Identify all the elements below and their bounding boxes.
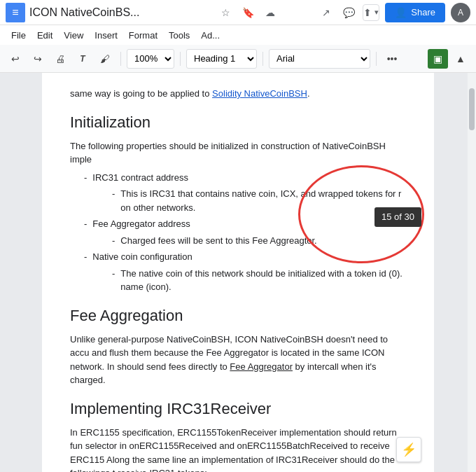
sub-fee-text: Charged fees will be sent to this Fee Ag… bbox=[120, 234, 316, 248]
sub-bullet-native: The native coin of this network should b… bbox=[112, 267, 406, 294]
font-select[interactable]: Arial Times New Roman bbox=[269, 49, 370, 69]
document-area: same way is going to be applied to Solid… bbox=[0, 73, 476, 472]
upload-icon[interactable]: ⬆ ▾ bbox=[363, 4, 379, 21]
avatar[interactable]: A bbox=[451, 3, 470, 22]
fee-heading: Fee Aggregation bbox=[70, 304, 406, 327]
smart-compose-icon: ⚡ bbox=[401, 440, 416, 459]
scroll-thumb[interactable] bbox=[469, 88, 475, 130]
cloud-icon[interactable]: ☁ bbox=[262, 4, 279, 21]
irc-heading: Implementing IRC31Receiver bbox=[70, 397, 406, 420]
bullet-fee: Fee Aggregator address bbox=[92, 217, 190, 231]
undo-button[interactable]: ↩ bbox=[6, 49, 25, 69]
sub-irc31-text: This is IRC31 that contains native coin,… bbox=[120, 187, 406, 214]
document-page: same way is going to be applied to Solid… bbox=[42, 73, 434, 472]
page-counter-tooltip: 15 of 30 bbox=[374, 207, 421, 227]
comment-icon[interactable]: 💬 bbox=[340, 4, 357, 21]
redo-button[interactable]: ↪ bbox=[28, 49, 48, 69]
init-body: The following properties should be initi… bbox=[70, 139, 406, 167]
sub-bullet-fee: Charged fees will be sent to this Fee Ag… bbox=[112, 234, 406, 248]
irc-body: In ERC1155 specification, ERC1155TokenRe… bbox=[70, 426, 406, 473]
menu-addons[interactable]: Ad... bbox=[195, 27, 225, 43]
doc-icon: ≡ bbox=[6, 3, 25, 22]
list-item: Charged fees will be sent to this Fee Ag… bbox=[112, 234, 406, 248]
share-person-icon: 👤 bbox=[395, 7, 407, 18]
doc-icon-letter: ≡ bbox=[12, 6, 18, 19]
smart-compose-button[interactable]: ⚡ bbox=[396, 437, 421, 462]
document-title[interactable]: ICON NativeCoinBS... bbox=[29, 6, 213, 19]
title-icons: ☆ 🔖 ☁ ↗ 💬 ⬆ ▾ 👤 Share A bbox=[217, 3, 470, 22]
init-heading: Initialization bbox=[70, 111, 406, 134]
list-item: Native coin configuration bbox=[84, 250, 406, 264]
sub-native-text: The native coin of this network should b… bbox=[120, 267, 406, 294]
menu-tools[interactable]: Tools bbox=[163, 27, 195, 43]
sub-bullet-irc31: This is IRC31 that contains native coin,… bbox=[112, 187, 406, 214]
toolbar: ↩ ↪ 🖨 T 🖌 100% 75% 150% Heading 1 Normal… bbox=[0, 45, 476, 73]
menu-view[interactable]: View bbox=[58, 27, 89, 43]
init-bullet-list: IRC31 contract address This is IRC31 tha… bbox=[84, 171, 406, 294]
menu-insert[interactable]: Insert bbox=[89, 27, 123, 43]
star-icon[interactable]: ☆ bbox=[217, 4, 234, 21]
toolbar-divider-1 bbox=[120, 52, 121, 66]
toolbar-divider-3 bbox=[262, 52, 263, 66]
collapse-toolbar-button[interactable]: ▲ bbox=[451, 49, 470, 69]
menu-file[interactable]: File bbox=[6, 27, 31, 43]
image-options-button[interactable]: ▣ bbox=[428, 49, 448, 69]
menu-format[interactable]: Format bbox=[123, 27, 163, 43]
bookmark-icon[interactable]: 🔖 bbox=[239, 4, 256, 21]
list-item: The native coin of this network should b… bbox=[112, 267, 406, 294]
toolbar-divider-2 bbox=[180, 52, 181, 66]
menu-bar: File Edit View Insert Format Tools Ad... bbox=[0, 25, 476, 45]
heading-select[interactable]: Heading 1 Normal text Heading 2 bbox=[186, 49, 257, 69]
title-bar: ≡ ICON NativeCoinBS... ☆ 🔖 ☁ ↗ 💬 ⬆ ▾ 👤 S… bbox=[0, 0, 476, 25]
more-options-button[interactable]: ••• bbox=[382, 49, 402, 69]
spellcheck-button[interactable]: T bbox=[73, 49, 92, 69]
print-button[interactable]: 🖨 bbox=[50, 49, 70, 69]
bullet-irc31: IRC31 contract address bbox=[92, 171, 188, 185]
chart-icon[interactable]: ↗ bbox=[318, 4, 335, 21]
list-item: This is IRC31 that contains native coin,… bbox=[112, 187, 406, 214]
list-item: IRC31 contract address bbox=[84, 171, 406, 185]
zoom-select[interactable]: 100% 75% 150% bbox=[127, 49, 174, 69]
bullet-native: Native coin configuration bbox=[92, 250, 192, 264]
share-button[interactable]: 👤 Share bbox=[385, 3, 445, 22]
list-item: Fee Aggregator address bbox=[84, 217, 406, 231]
fee-body: Unlike general-purpose NativeCoinBSH, IC… bbox=[70, 333, 406, 387]
fee-aggregator-underline: Fee Aggregator bbox=[230, 361, 293, 372]
scrollbar[interactable] bbox=[468, 73, 476, 472]
intro-paragraph: same way is going to be applied to Solid… bbox=[70, 87, 406, 101]
toolbar-divider-4 bbox=[376, 52, 377, 66]
paint-format-button[interactable]: 🖌 bbox=[95, 49, 115, 69]
solidity-link[interactable]: Solidity NativeCoinBSH bbox=[212, 88, 307, 99]
menu-edit[interactable]: Edit bbox=[31, 27, 58, 43]
